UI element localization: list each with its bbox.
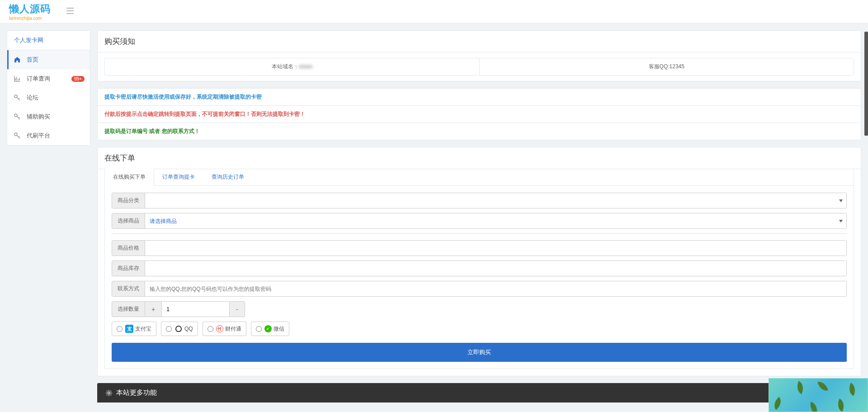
notice-item: 提取卡密后请尽快激活使用或保存好，系统定期清除被提取的卡密 xyxy=(98,89,861,106)
pay-option-alipay[interactable]: 支 支付宝 xyxy=(112,322,156,336)
sidebar-item-forum[interactable]: 论坛 xyxy=(7,88,90,107)
category-select[interactable] xyxy=(145,193,846,208)
product-select[interactable]: 请选择商品 xyxy=(145,213,846,228)
radio-alipay[interactable] xyxy=(117,326,123,332)
tab-query-card[interactable]: 订单查询提卡 xyxy=(154,169,203,185)
key-icon xyxy=(14,114,22,120)
buy-button[interactable]: 立即购买 xyxy=(112,343,847,362)
notices-panel: 提取卡密后请尽快激活使用或保存好，系统定期清除被提取的卡密 付款后按提示点击确定… xyxy=(97,88,861,140)
scrollbar-thumb[interactable] xyxy=(864,32,868,136)
panel-title: 在线下单 xyxy=(98,147,861,169)
label-category: 商品分类 xyxy=(112,193,145,208)
gear-icon xyxy=(105,389,113,397)
payment-row: 支 支付宝 QQ 付 财付通 xyxy=(112,322,847,336)
stock-field xyxy=(145,261,846,276)
chart-icon xyxy=(14,76,22,82)
radio-tenpay[interactable] xyxy=(208,326,213,332)
domain-cell: 本站域名：xxxxx xyxy=(105,58,479,75)
order-panel: 在线下单 在线购买下单 订单查询提卡 查询历史订单 商品分类 xyxy=(97,147,861,376)
radio-qq[interactable] xyxy=(166,326,172,332)
qty-plus-button[interactable]: + xyxy=(145,301,162,317)
domain-value: xxxxx xyxy=(299,63,312,70)
key-icon xyxy=(14,95,22,101)
notice-panel: 购买须知 本站域名：xxxxx 客服QQ:12345 xyxy=(97,30,861,81)
label-product: 选择商品 xyxy=(112,213,145,228)
pay-label: QQ xyxy=(184,326,193,332)
divider xyxy=(112,233,847,234)
tab-nav: 在线购买下单 订单查询提卡 查询历史订单 xyxy=(105,169,854,186)
tab-history[interactable]: 查询历史订单 xyxy=(203,169,253,185)
sidebar-title: 个人发卡网 xyxy=(7,31,90,50)
sidebar: 个人发卡网 首页 订单查询 99+ 论坛 辅助购买 代刷平台 xyxy=(0,24,90,409)
top-bar: 懒人源码 lanrenzhijia.com xyxy=(0,0,868,24)
label-price: 商品价格 xyxy=(112,241,145,256)
pay-option-qq[interactable]: QQ xyxy=(161,322,198,336)
sidebar-item-label: 订单查询 xyxy=(27,75,50,83)
menu-toggle-icon[interactable] xyxy=(64,5,76,19)
main-content: 购买须知 本站域名：xxxxx 客服QQ:12345 提取卡密后请尽快激活使用或… xyxy=(90,24,868,409)
label-contact: 联系方式 xyxy=(112,281,145,296)
domain-label: 本站域名： xyxy=(272,63,299,70)
sidebar-item-label: 代刷平台 xyxy=(27,132,50,140)
pay-label: 支付宝 xyxy=(135,325,151,333)
panel-title: 购买须知 xyxy=(98,31,861,52)
qq-value: 12345 xyxy=(670,63,684,70)
qq-icon xyxy=(175,325,183,333)
info-row: 本站域名：xxxxx 客服QQ:12345 xyxy=(104,58,854,76)
notice-item: 提取码是订单编号 或者 您的联系方式！ xyxy=(98,123,861,140)
label-qty: 选择数量 xyxy=(112,301,145,317)
qq-label: 客服QQ: xyxy=(649,63,670,70)
notice-item: 付款后按提示点击确定跳转到提取页面，不可提前关闭窗口！否则无法提取到卡密！ xyxy=(98,106,861,123)
footer-strip[interactable]: 本站更多功能 xyxy=(97,383,861,403)
qty-input[interactable] xyxy=(162,301,230,317)
qq-cell: 客服QQ:12345 xyxy=(479,58,854,75)
sidebar-item-daishua[interactable]: 代刷平台 xyxy=(7,126,90,145)
contact-input[interactable] xyxy=(145,281,846,296)
sidebar-item-label: 辅助购买 xyxy=(27,113,50,121)
qty-minus-button[interactable]: - xyxy=(230,301,245,317)
badge: 99+ xyxy=(71,76,85,82)
label-stock: 商品库存 xyxy=(112,261,145,276)
sidebar-item-label: 首页 xyxy=(27,56,38,64)
home-icon xyxy=(14,57,22,63)
alipay-icon: 支 xyxy=(125,325,133,333)
pay-option-tenpay[interactable]: 付 财付通 xyxy=(203,322,246,336)
radio-wechat[interactable] xyxy=(256,326,262,332)
sidebar-item-label: 论坛 xyxy=(27,94,38,102)
wechat-icon: ✓ xyxy=(264,325,272,332)
logo-sub: lanrenzhijia.com xyxy=(9,16,51,21)
floating-banner[interactable] xyxy=(769,378,868,409)
logo[interactable]: 懒人源码 lanrenzhijia.com xyxy=(9,2,51,21)
pay-label: 微信 xyxy=(274,325,284,333)
sidebar-item-order-query[interactable]: 订单查询 99+ xyxy=(7,69,90,88)
tenpay-icon: 付 xyxy=(216,325,223,332)
pay-option-wechat[interactable]: ✓ 微信 xyxy=(251,322,289,336)
sidebar-item-home[interactable]: 首页 xyxy=(7,50,90,69)
svg-point-3 xyxy=(108,392,110,394)
logo-main: 懒人源码 xyxy=(9,2,51,16)
key-icon xyxy=(14,133,22,139)
tab-content: 商品分类 选择商品 请选择商品 xyxy=(105,186,854,369)
footer-label: 本站更多功能 xyxy=(116,388,157,397)
pay-label: 财付通 xyxy=(225,325,241,333)
tab-buy[interactable]: 在线购买下单 xyxy=(105,169,154,186)
sidebar-item-assist-buy[interactable]: 辅助购买 xyxy=(7,107,90,126)
price-field xyxy=(145,241,846,256)
